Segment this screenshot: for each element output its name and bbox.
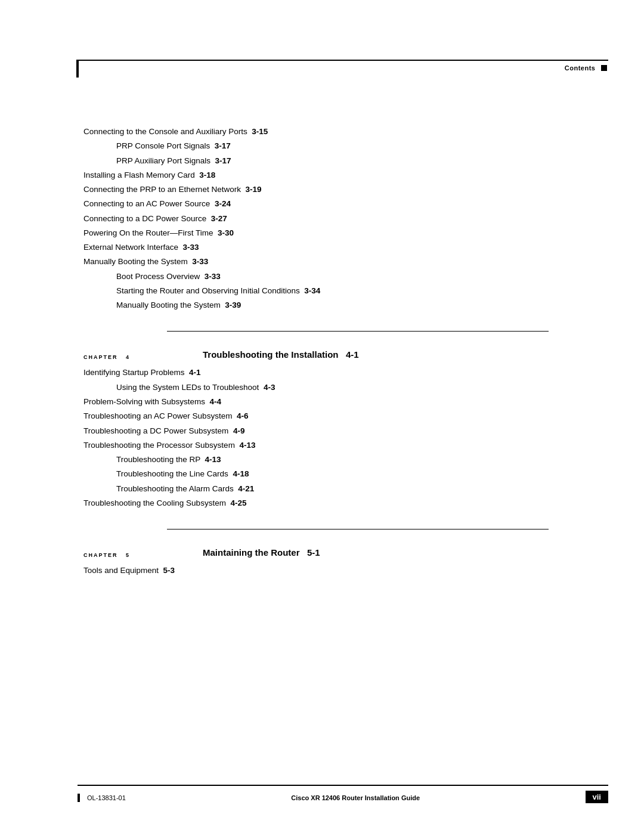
- chapter5-divider: [167, 529, 549, 529]
- toc-entry: Connecting to a DC Power Source 3-27: [83, 212, 596, 225]
- toc-entry: Starting the Router and Observing Initia…: [116, 284, 596, 298]
- toc-entry: PRP Console Port Signals 3-17: [116, 140, 596, 153]
- toc-entry: Boot Process Overview 3-33: [116, 270, 596, 283]
- toc-ch5: Tools and Equipment 5-3: [83, 564, 596, 577]
- toc-entry: Troubleshooting the Line Cards 4-18: [116, 467, 596, 481]
- toc-pre-ch4: Connecting to the Console and Auxiliary …: [83, 125, 596, 312]
- contents-label: Contents: [565, 64, 596, 72]
- footer-content: OL-13831-01 Cisco XR 12406 Router Instal…: [78, 791, 608, 803]
- toc-entry: Troubleshooting the RP 4-13: [116, 453, 596, 466]
- toc-entry: Troubleshooting the Alarm Cards 4-21: [116, 482, 596, 496]
- footer-left-bar: [78, 794, 80, 802]
- footer: OL-13831-01 Cisco XR 12406 Router Instal…: [0, 785, 644, 803]
- chapter4-section: CHAPTER 4 Troubleshooting the Installati…: [83, 331, 596, 361]
- toc-entry: Manually Booting the System 3-39: [116, 299, 596, 312]
- footer-guide-title: Cisco XR 12406 Router Installation Guide: [291, 794, 420, 801]
- toc-entry: Troubleshooting the Processor Subsystem …: [83, 439, 596, 452]
- toc-ch4: Identifying Startup Problems 4-1 Using t…: [83, 366, 596, 510]
- footer-line: [78, 785, 608, 786]
- chapter5-section: CHAPTER 5 Maintaining the Router 5-1: [83, 529, 596, 559]
- footer-doc-num: OL-13831-01: [87, 794, 126, 801]
- toc-entry: Problem-Solving with Subsystems 4-4: [83, 395, 596, 408]
- footer-page-num: vii: [586, 791, 608, 803]
- toc-entry: PRP Auxiliary Port Signals 3-17: [116, 154, 596, 168]
- chapter4-title: Troubleshooting the Installation 4-1: [203, 349, 359, 360]
- chapter5-title: Maintaining the Router 5-1: [203, 547, 320, 558]
- main-content: Connecting to the Console and Auxiliary …: [0, 125, 644, 577]
- chapter5-label: CHAPTER 5: [83, 552, 130, 558]
- chapter5-title-area: Maintaining the Router 5-1: [203, 547, 596, 558]
- contents-square: [601, 65, 607, 71]
- contents-header: Contents: [565, 64, 607, 72]
- footer-center: Cisco XR 12406 Router Installation Guide: [291, 792, 420, 803]
- chapter4-title-area: Troubleshooting the Installation 4-1: [203, 349, 596, 360]
- toc-entry: Troubleshooting a DC Power Subsystem 4-9: [83, 425, 596, 438]
- toc-entry: Connecting to the Console and Auxiliary …: [83, 125, 596, 138]
- toc-entry: Installing a Flash Memory Card 3-18: [83, 169, 596, 182]
- toc-entry: Tools and Equipment 5-3: [83, 564, 596, 577]
- toc-entry: External Network Interface 3-33: [83, 241, 596, 254]
- toc-entry: Connecting to an AC Power Source 3-24: [83, 197, 596, 210]
- page: Contents Connecting to the Console and A…: [0, 0, 644, 833]
- chapter4-label: CHAPTER 4: [83, 354, 130, 360]
- toc-entry: Manually Booting the System 3-33: [83, 255, 596, 268]
- top-border: [78, 60, 608, 61]
- toc-entry: Connecting the PRP to an Ethernet Networ…: [83, 183, 596, 196]
- chapter4-divider: [167, 331, 549, 332]
- toc-entry: Using the System LEDs to Troubleshoot 4-…: [116, 381, 596, 394]
- chapter5-label-area: CHAPTER 5: [83, 547, 203, 559]
- toc-entry: Identifying Startup Problems 4-1: [83, 366, 596, 379]
- chapter4-label-area: CHAPTER 4: [83, 349, 203, 361]
- footer-left: OL-13831-01: [78, 792, 126, 803]
- chapter4-header: CHAPTER 4 Troubleshooting the Installati…: [83, 349, 596, 361]
- toc-entry: Troubleshooting the Cooling Subsystem 4-…: [83, 497, 596, 510]
- left-bar: [76, 60, 79, 78]
- toc-entry: Powering On the Router—First Time 3-30: [83, 227, 596, 240]
- chapter5-header: CHAPTER 5 Maintaining the Router 5-1: [83, 547, 596, 559]
- toc-entry: Troubleshooting an AC Power Subsystem 4-…: [83, 410, 596, 423]
